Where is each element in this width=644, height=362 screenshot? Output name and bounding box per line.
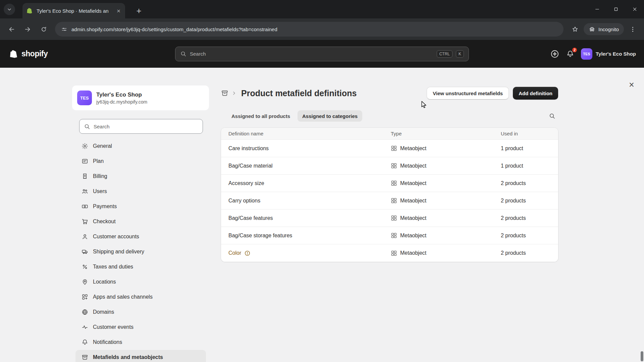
receipt-icon xyxy=(82,173,88,180)
browser-tab[interactable]: Tyler's Eco Shop · Metafields an × xyxy=(22,3,125,18)
table-row[interactable]: Bag/Case storage features Metaobject 2 p… xyxy=(221,227,558,244)
incognito-badge: Incognito xyxy=(584,23,624,35)
sidebar-item-notifications[interactable]: Notifications xyxy=(75,335,206,350)
admin-search-input[interactable]: Search CTRL K xyxy=(175,47,469,61)
sidebar-item-label: Shipping and delivery xyxy=(93,249,144,255)
definition-name-cell[interactable]: Color xyxy=(228,250,391,256)
close-window-button[interactable] xyxy=(625,0,644,18)
add-definition-button[interactable]: Add definition xyxy=(513,87,558,100)
chevron-right-icon xyxy=(231,90,237,96)
forward-icon xyxy=(24,26,31,33)
sidebar-item-label: Checkout xyxy=(93,219,116,225)
scrollbar-thumb[interactable] xyxy=(641,351,643,361)
sidebar-item-users[interactable]: Users xyxy=(75,184,206,199)
tab-close-icon[interactable]: × xyxy=(116,8,121,14)
settings-page: TES Tyler's Eco Shop jy63jq-dc.myshopify… xyxy=(0,68,644,362)
sidebar-item-apps-and-sales-channels[interactable]: Apps and sales channels xyxy=(75,290,206,304)
table-row[interactable]: Bag/Case features Metaobject 2 products xyxy=(221,209,558,227)
definition-name-cell[interactable]: Carry options xyxy=(228,198,391,204)
shortcut-k-key: K xyxy=(456,50,464,58)
shopify-bag-icon xyxy=(9,49,19,59)
search-icon xyxy=(549,113,555,119)
table-row[interactable]: Color Metaobject 2 products xyxy=(221,244,558,262)
metaobject-icon xyxy=(391,250,397,256)
page-header: Product metafield definitions View unstr… xyxy=(221,86,558,100)
tab-assigned-to-categories[interactable]: Assigned to categories xyxy=(298,110,362,122)
sidebar-item-payments[interactable]: Payments xyxy=(75,199,206,214)
plan-icon xyxy=(82,158,88,165)
definition-name-cell[interactable]: Bag/Case features xyxy=(228,215,391,221)
chevron-down-icon xyxy=(6,6,12,12)
table-row[interactable]: Care instructions Metaobject 1 product xyxy=(221,140,558,157)
sidebar-item-billing[interactable]: Billing xyxy=(75,169,206,184)
settings-search-placeholder: Search xyxy=(94,124,110,129)
page-title: Product metafield definitions xyxy=(241,88,357,98)
table-row[interactable]: Carry options Metaobject 2 products xyxy=(221,192,558,209)
sidebar-item-taxes-and-duties[interactable]: Taxes and duties xyxy=(75,259,206,274)
new-tab-button[interactable]: + xyxy=(133,5,145,17)
site-controls-icon[interactable] xyxy=(61,26,67,33)
assistant-icon[interactable] xyxy=(550,49,559,59)
definition-type: Metaobject xyxy=(400,180,426,186)
store-menu-button[interactable]: TES Tyler's Eco Shop xyxy=(581,48,636,60)
table-row[interactable]: Accessory size Metaobject 2 products xyxy=(221,175,558,192)
sidebar-item-label: Locations xyxy=(93,279,116,285)
sidebar-item-plan[interactable]: Plan xyxy=(75,154,206,169)
admin-search-placeholder: Search xyxy=(190,51,433,57)
sidebar-item-label: Plan xyxy=(93,158,104,164)
definition-name-cell[interactable]: Bag/Case storage features xyxy=(228,233,391,239)
forward-button[interactable] xyxy=(20,22,35,37)
sidebar-item-metafields-and-metaobjects[interactable]: Metafields and metaobjects xyxy=(75,350,206,362)
reload-button[interactable] xyxy=(36,22,51,37)
sidebar-item-locations[interactable]: Locations xyxy=(75,275,206,289)
definition-type: Metaobject xyxy=(400,233,426,239)
truck-icon xyxy=(82,248,88,255)
url-text[interactable]: admin.shopify.com/store/jy63jq-dc/settin… xyxy=(71,26,277,32)
window-controls xyxy=(588,0,644,18)
sidebar-item-checkout[interactable]: Checkout xyxy=(75,214,206,229)
tab-title: Tyler's Eco Shop · Metafields an xyxy=(37,8,113,14)
browser-menu-button[interactable] xyxy=(625,22,640,37)
sidebar-item-customer-events[interactable]: Customer events xyxy=(75,320,206,335)
close-settings-button[interactable]: × xyxy=(627,80,637,90)
definition-used-in: 2 products xyxy=(501,233,558,239)
settings-search-input[interactable]: Search xyxy=(79,119,203,134)
definition-name-cell[interactable]: Bag/Case material xyxy=(228,163,391,169)
tab-assigned-to-all-products[interactable]: Assigned to all products xyxy=(227,110,295,122)
notifications-button[interactable]: 2 xyxy=(566,50,574,58)
definition-name: Care instructions xyxy=(228,145,269,152)
sidebar-item-general[interactable]: General xyxy=(75,139,206,154)
definition-type-cell: Metaobject xyxy=(391,145,501,152)
address-bar[interactable]: admin.shopify.com/store/jy63jq-dc/settin… xyxy=(55,22,564,37)
sidebar-item-customer-accounts[interactable]: Customer accounts xyxy=(75,229,206,244)
view-unstructured-metafields-button[interactable]: View unstructured metafields xyxy=(427,87,509,100)
sidebar-nav: General Plan Billing Users Payments Chec… xyxy=(75,139,206,362)
person-icon xyxy=(82,233,88,240)
table-row[interactable]: Bag/Case material Metaobject 1 product xyxy=(221,157,558,175)
sidebar-item-shipping-and-delivery[interactable]: Shipping and delivery xyxy=(75,244,206,259)
metaobject-icon xyxy=(391,232,397,239)
definitions-card: Definition name Type Used in Care instru… xyxy=(221,128,558,262)
maximize-button[interactable] xyxy=(606,0,625,18)
definition-type-cell: Metaobject xyxy=(391,232,501,239)
tab-search-button[interactable] xyxy=(4,4,15,15)
definition-type-cell: Metaobject xyxy=(391,197,501,204)
sidebar-item-domains[interactable]: Domains xyxy=(75,305,206,319)
back-button[interactable] xyxy=(4,22,19,37)
grid-icon xyxy=(82,294,88,300)
minimize-button[interactable] xyxy=(588,0,606,18)
bookmark-button[interactable] xyxy=(568,22,582,37)
topbar-right-cluster: 2 TES Tyler's Eco Shop xyxy=(550,48,636,60)
search-icon xyxy=(84,123,90,130)
definition-name-cell[interactable]: Accessory size xyxy=(228,180,391,186)
definition-type: Metaobject xyxy=(400,163,426,169)
sidebar-item-label: Metafields and metaobjects xyxy=(93,354,163,360)
definition-name: Color xyxy=(228,250,241,256)
table-search-button[interactable] xyxy=(546,110,558,122)
store-card-name: Tyler's Eco Shop xyxy=(96,92,147,98)
definition-name-cell[interactable]: Care instructions xyxy=(228,145,391,152)
shopify-logo[interactable]: shopify xyxy=(9,49,48,59)
metafields-box-icon[interactable] xyxy=(221,89,228,97)
definition-name: Carry options xyxy=(228,198,260,204)
back-icon xyxy=(8,26,15,33)
